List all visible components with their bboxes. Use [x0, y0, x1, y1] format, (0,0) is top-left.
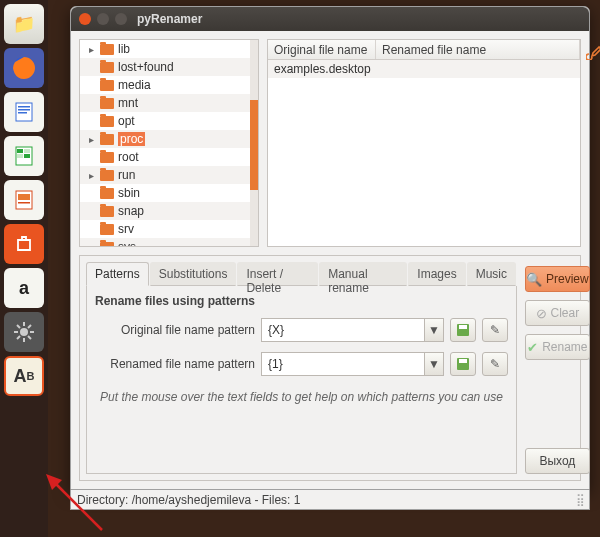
tab-images[interactable]: Images	[408, 262, 465, 286]
original-pattern-input[interactable]	[261, 318, 424, 342]
svg-rect-9	[24, 154, 30, 158]
folder-icon	[100, 242, 114, 248]
tree-item-label[interactable]: media	[118, 78, 151, 92]
expander-icon[interactable]: ▸	[86, 242, 96, 248]
svg-line-19	[28, 336, 31, 339]
tree-item-label[interactable]: sys	[118, 240, 136, 247]
svg-rect-3	[18, 109, 30, 111]
folder-icon	[100, 152, 114, 163]
tree-item-label[interactable]: mnt	[118, 96, 138, 110]
launcher-calc-icon[interactable]	[4, 136, 44, 176]
search-icon: 🔍	[526, 272, 542, 287]
tree-item-label[interactable]: run	[118, 168, 135, 182]
svg-line-21	[28, 325, 31, 328]
svg-point-13	[20, 328, 28, 336]
col-original[interactable]: Original file name	[268, 40, 376, 59]
annotation-arrow	[42, 470, 112, 537]
resize-grip-icon[interactable]: ⣿	[576, 493, 583, 507]
original-pattern-dropdown[interactable]: ▼	[424, 318, 444, 342]
window-title: pyRenamer	[137, 12, 202, 26]
expander-icon[interactable]: ▸	[86, 44, 96, 55]
svg-rect-11	[18, 194, 30, 200]
launcher-writer-icon[interactable]	[4, 92, 44, 132]
file-row[interactable]: examples.desktop	[268, 60, 580, 78]
folder-icon	[100, 134, 114, 145]
scrollbar-thumb[interactable]	[250, 100, 258, 190]
folder-icon	[100, 206, 114, 217]
renamed-pattern-edit-icon[interactable]: ✎	[482, 352, 508, 376]
window-content: ▸lib lost+found media mnt opt ▸proc root…	[71, 31, 589, 489]
file-list-header: Original file name Renamed file name	[268, 40, 580, 60]
status-bar: Directory: /home/ayshedjemileva - Files:…	[70, 490, 590, 510]
clear-button[interactable]: ⊘ Clear	[525, 300, 590, 326]
exit-button[interactable]: Выход	[525, 448, 590, 474]
file-list[interactable]: Original file name Renamed file name exa…	[267, 39, 581, 247]
folder-icon	[100, 44, 114, 55]
folder-icon	[100, 62, 114, 73]
launcher-software-icon[interactable]	[4, 224, 44, 264]
svg-rect-23	[459, 325, 467, 329]
tree-item-label[interactable]: snap	[118, 204, 144, 218]
preview-button-label: Preview	[546, 272, 589, 286]
svg-rect-6	[17, 149, 23, 153]
rename-button-label: Rename	[542, 340, 587, 354]
svg-rect-8	[17, 154, 23, 158]
renamed-pattern-dropdown[interactable]: ▼	[424, 352, 444, 376]
launcher-amazon-icon[interactable]: a	[4, 268, 44, 308]
window-maximize-icon[interactable]	[115, 13, 127, 25]
window-minimize-icon[interactable]	[97, 13, 109, 25]
original-pattern-label: Original file name pattern	[95, 323, 255, 337]
folder-icon	[100, 98, 114, 109]
tree-item-label[interactable]: opt	[118, 114, 135, 128]
tab-bar: Patterns Substitutions Insert / Delete M…	[86, 262, 517, 286]
launcher-pyrenamer-icon[interactable]: AB	[4, 356, 44, 396]
tab-patterns[interactable]: Patterns	[86, 262, 149, 286]
pyrenamer-window: pyRenamer ▸lib lost+found media mnt opt …	[70, 6, 590, 490]
tab-substitutions[interactable]: Substitutions	[150, 262, 237, 286]
launcher-settings-icon[interactable]	[4, 312, 44, 352]
tree-scrollbar[interactable]	[250, 40, 258, 246]
check-icon: ✔	[527, 340, 538, 355]
launcher-impress-icon[interactable]	[4, 180, 44, 220]
renamed-pattern-save-icon[interactable]	[450, 352, 476, 376]
clear-button-label: Clear	[551, 306, 580, 320]
tree-item-label[interactable]: srv	[118, 222, 134, 236]
renamed-pattern-input[interactable]	[261, 352, 424, 376]
folder-icon	[100, 170, 114, 181]
svg-rect-2	[18, 106, 30, 108]
titlebar[interactable]: pyRenamer	[71, 7, 589, 31]
folder-icon	[100, 116, 114, 127]
svg-line-20	[17, 336, 20, 339]
pane-heading: Rename files using patterns	[95, 294, 508, 308]
svg-rect-25	[459, 359, 467, 363]
tree-item-label[interactable]: sbin	[118, 186, 140, 200]
original-pattern-save-icon[interactable]	[450, 318, 476, 342]
pattern-hint: Put the mouse over the text fields to ge…	[95, 390, 508, 404]
tree-item-label[interactable]: lib	[118, 42, 130, 56]
window-close-icon[interactable]	[79, 13, 91, 25]
unity-launcher: 📁 a AB	[0, 0, 48, 537]
tab-music[interactable]: Music	[467, 262, 516, 286]
svg-line-26	[54, 482, 102, 530]
preview-button[interactable]: 🔍 Preview	[525, 266, 590, 292]
options-icon[interactable]	[586, 44, 600, 64]
tab-manual-rename[interactable]: Manual rename	[319, 262, 407, 286]
tab-insert-delete[interactable]: Insert / Delete	[237, 262, 318, 286]
tree-item-label[interactable]: root	[118, 150, 139, 164]
rename-button[interactable]: ✔ Rename	[525, 334, 590, 360]
svg-rect-4	[18, 112, 27, 114]
expander-icon[interactable]: ▸	[86, 134, 96, 145]
exit-button-label: Выход	[539, 454, 575, 468]
tab-pane-patterns: Rename files using patterns Original fil…	[86, 286, 517, 474]
tree-item-label[interactable]: lost+found	[118, 60, 174, 74]
bottom-panel: Patterns Substitutions Insert / Delete M…	[79, 255, 581, 481]
launcher-firefox-icon[interactable]	[4, 48, 44, 88]
folder-tree[interactable]: ▸lib lost+found media mnt opt ▸proc root…	[79, 39, 259, 247]
expander-icon[interactable]: ▸	[86, 170, 96, 181]
col-renamed[interactable]: Renamed file name	[376, 40, 580, 59]
launcher-files-icon[interactable]: 📁	[4, 4, 44, 44]
tree-item-label[interactable]: proc	[118, 132, 145, 146]
original-pattern-edit-icon[interactable]: ✎	[482, 318, 508, 342]
svg-line-18	[17, 325, 20, 328]
side-buttons: 🔍 Preview ⊘ Clear ✔ Rename Выход	[525, 262, 590, 474]
